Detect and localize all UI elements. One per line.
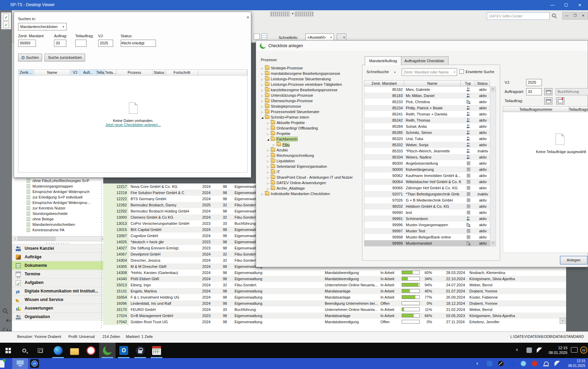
tray-icon[interactable] bbox=[498, 361, 504, 366]
vertical-splitter[interactable] bbox=[101, 181, 103, 328]
tab-auftragsfreie-checkliste[interactable]: Auftragsfreie Checkliste bbox=[400, 56, 449, 65]
table-row[interactable]: 14308 *Hohls, Karsten (Gartenbau) 2024 9… bbox=[103, 270, 566, 276]
vertical-scrollbar[interactable]: ˄ ˅ bbox=[490, 86, 496, 246]
tree-item[interactable]: Projekte bbox=[259, 131, 361, 136]
column-header[interactable]: Teilauftragsnummer bbox=[503, 106, 569, 112]
toolbar-handle[interactable] bbox=[295, 11, 313, 17]
list-item[interactable]: zur Erledigung S+P individuell bbox=[12, 194, 97, 200]
task-view-button[interactable] bbox=[32, 343, 48, 358]
tree-item[interactable]: kanzleibezogene Bearbeitungsprozesse bbox=[259, 87, 361, 93]
tree-item[interactable]: Onboarding/ Offboarding bbox=[259, 125, 361, 131]
mandant-row[interactable]: 85320 Ural, Tuba aktiv bbox=[364, 136, 490, 142]
tree-item[interactable]: SharePoint Cloud - Anleitungen IT und Nu… bbox=[259, 175, 361, 180]
notification-badge[interactable]: 22 bbox=[580, 346, 587, 354]
table-icon[interactable] bbox=[261, 33, 267, 40]
scroll-up-button[interactable]: ˄ bbox=[490, 87, 496, 92]
tray-icon[interactable] bbox=[509, 361, 515, 366]
tree-item[interactable]: Strategie-Prozesse bbox=[259, 65, 361, 71]
toolbar-handle[interactable] bbox=[270, 11, 290, 17]
display-tray-icon[interactable] bbox=[526, 347, 532, 353]
taskbar-app-button[interactable] bbox=[83, 343, 99, 358]
tree-item[interactable]: Strategieprozesse bbox=[259, 104, 361, 109]
action-center-icon[interactable] bbox=[571, 347, 578, 353]
help-search-input[interactable]: DATEV Hilfe-Center bbox=[487, 12, 550, 20]
tools-wrench-icon[interactable] bbox=[2, 318, 9, 325]
chevron-down-icon[interactable]: ▼ bbox=[291, 12, 294, 15]
mandant-row[interactable]: 85234 Philip, Patrick + Beate aktiv bbox=[364, 105, 490, 111]
list-item[interactable]: ohne Belege bbox=[12, 216, 97, 222]
panel-icon[interactable] bbox=[254, 33, 260, 40]
tree-item[interactable]: Unterstützungs-Prozesse bbox=[259, 93, 361, 98]
vj-input[interactable]: 2025 bbox=[526, 79, 542, 86]
tree-item[interactable]: Sekretariat/ Eigenorganisation bbox=[259, 164, 361, 169]
erweiterte-suche-checkbox[interactable] bbox=[459, 69, 464, 74]
table-row[interactable]: 16170 FEURO GmbH 2024 33 Buchführung Unt… bbox=[103, 306, 566, 313]
mdi-minimize-button[interactable]: — bbox=[563, 12, 571, 19]
sidebar-nav-item[interactable]: Aufträge bbox=[12, 252, 103, 261]
taskbar-clock[interactable]: 12:15 08.01.2025 bbox=[546, 345, 567, 355]
field-input[interactable] bbox=[75, 40, 86, 47]
mandant-row[interactable]: 97026 G + B Medientechnik GmbH aktiv bbox=[364, 197, 490, 203]
list-item[interactable]: Kenntnisnahme PA bbox=[12, 227, 97, 233]
checklist-icon[interactable] bbox=[3, 21, 9, 28]
sidebar-nav-item[interactable]: Organisation bbox=[12, 312, 103, 321]
table-row[interactable]: 15131 Engels, Martina 2024 98 Eigenverwa… bbox=[103, 288, 566, 294]
sidebar-nav-item[interactable]: Unsere Kanzlei bbox=[12, 244, 103, 252]
mandant-row[interactable]: 99990 test aktiv bbox=[364, 209, 490, 216]
column-header[interactable]: Zentr. Mandant bbox=[364, 80, 404, 86]
list-item[interactable]: Einsprüche/ Anträge/ Widerspruch bbox=[12, 189, 97, 194]
teamviewer-app-button[interactable]: ⇄ bbox=[30, 359, 39, 368]
taskbar-app-button[interactable] bbox=[50, 343, 66, 358]
tree-item[interactable]: Individuelle Mandanten Checklisten bbox=[259, 191, 361, 196]
tree-item[interactable]: Rechnungsschreibung bbox=[259, 153, 361, 158]
tree-item[interactable]: DATEV Online-Anwendungen bbox=[259, 180, 361, 186]
sidebar-nav-item[interactable]: Termine bbox=[12, 270, 103, 278]
sidebar-nav-item[interactable]: Auswertungen bbox=[12, 304, 103, 312]
mandant-row[interactable]: 99991 Schönenborn aktiv bbox=[364, 216, 490, 222]
tree-item[interactable]: Leistungs-Prozesse Steuerberatung bbox=[259, 76, 361, 82]
scrollbar-thumb[interactable] bbox=[18, 237, 55, 241]
field-input[interactable]: 2025 bbox=[98, 40, 113, 47]
schnellinfo-options-button[interactable]: ▼ bbox=[337, 33, 346, 41]
tree-item[interactable]: Überwachungs-Prozesse bbox=[259, 98, 361, 104]
table-row[interactable]: 14340 Pößl Ebbert GbR 2024 98 Eigenverwa… bbox=[103, 276, 566, 282]
mdi-close-button[interactable]: ✕ bbox=[579, 12, 587, 19]
table-row[interactable]: 15013 Eiberg, Ingo 2024 32 Fibu-Sonderl.… bbox=[103, 282, 566, 288]
create-checklists-link[interactable]: Jetzt neue Checklisten anlegen... bbox=[105, 123, 161, 127]
column-header[interactable]: Zentr.... bbox=[18, 70, 34, 76]
list-item[interactable]: Mandantenrundschreiben bbox=[12, 222, 97, 227]
column-header[interactable]: Fortschritt bbox=[166, 70, 198, 76]
table-row[interactable]: 16096 Lindenblatt, Iris und Ralf 2024 98… bbox=[103, 300, 566, 306]
tree-item[interactable]: Fibu bbox=[259, 142, 361, 147]
auftragsart-input[interactable]: 33 bbox=[526, 88, 542, 95]
taskbar-app-button[interactable] bbox=[66, 343, 83, 358]
tree-expander-icon[interactable] bbox=[260, 192, 264, 197]
suche-zuruecksetzen-button[interactable]: Suche zurücksetzen bbox=[44, 54, 85, 62]
minimize-button[interactable]: — bbox=[546, 0, 559, 10]
mandant-row[interactable]: 85182 Mies, Gabriele aktiv bbox=[364, 86, 490, 93]
field-input[interactable]: Nicht erledigt bbox=[121, 40, 156, 47]
tree-item[interactable]: IT bbox=[259, 169, 361, 175]
column-header[interactable]: Name bbox=[404, 80, 461, 86]
column-header[interactable]: Status bbox=[152, 70, 166, 76]
mandant-row[interactable]: 90062 Kaufmann Immobilien GmbH &... akti… bbox=[364, 173, 490, 179]
tree-item[interactable]: mandatsbezogene Bearbeitungsprozesse bbox=[259, 71, 361, 76]
sidebar-nav-item[interactable]: Aufgaben bbox=[12, 278, 103, 287]
mandant-row[interactable]: 90065 Zähringer Hof GmbH & Co. KG aktiv bbox=[364, 185, 490, 191]
column-header[interactable] bbox=[198, 70, 247, 76]
column-header[interactable]: Name bbox=[34, 70, 70, 76]
scroll-left-button[interactable]: ‹ bbox=[13, 236, 18, 241]
start-button[interactable] bbox=[0, 343, 16, 358]
horizontal-scrollbar[interactable]: ‹ › bbox=[13, 236, 105, 241]
tab-mandant-auftrag[interactable]: Mandant/Auftrag bbox=[365, 56, 401, 65]
tray-expand-icon[interactable]: ∧ bbox=[476, 361, 479, 366]
tray-expand-icon[interactable]: ∧ bbox=[516, 347, 518, 352]
field-input[interactable]: 99999 bbox=[18, 40, 36, 47]
checklist-icon[interactable] bbox=[3, 14, 9, 20]
suchen-in-select[interactable]: Mandantenchecklisten ▼ bbox=[18, 23, 67, 30]
dialog-close-icon[interactable]: ✕ bbox=[245, 15, 251, 20]
volume-tray-icon[interactable] bbox=[537, 347, 542, 353]
column-header[interactable]: Teilauftragsbez bbox=[569, 106, 588, 112]
taskbar-app-button[interactable] bbox=[132, 343, 148, 358]
column-header[interactable]: Status bbox=[475, 80, 490, 86]
